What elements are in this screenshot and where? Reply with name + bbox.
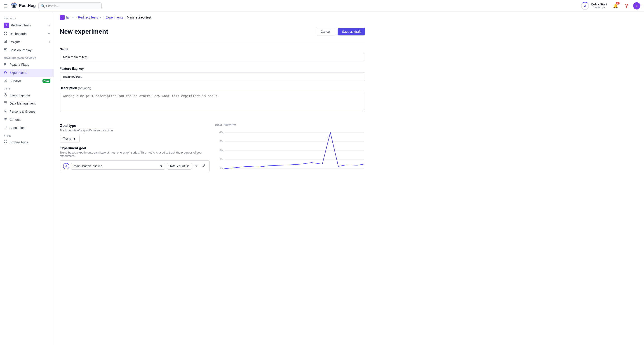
sidebar-item-browse-apps[interactable]: Browse Apps [0, 138, 54, 146]
event-name-select[interactable]: main_button_clicked ▼ [71, 163, 165, 170]
svg-point-3 [13, 6, 13, 7]
breadcrumb-project[interactable]: Redirect Tests [78, 15, 98, 19]
breadcrumb-section[interactable]: Experiments [106, 15, 123, 19]
breadcrumb: I Ian ▼ › Redirect Tests ▼ › Experiments… [54, 12, 644, 22]
breadcrumb-chevron-1: ▼ [72, 16, 74, 19]
feature-management-label: FEATURE MANAGEMENT [0, 54, 54, 60]
svg-point-26 [5, 110, 6, 111]
page-title: New experiment [60, 28, 108, 35]
header-divider [60, 42, 365, 42]
sidebar-item-session-replay[interactable]: Session Replay [0, 46, 54, 54]
sidebar-item-surveys[interactable]: Surveys NEW [0, 77, 54, 85]
breadcrumb-current: Main redirect test [127, 15, 151, 19]
question-icon: ❓ [624, 3, 629, 8]
insights-icon [4, 40, 7, 44]
sidebar-item-annotations[interactable]: Annotations [0, 124, 54, 132]
event-count-select[interactable]: Total count ▼ [167, 163, 192, 170]
edit-icon [202, 164, 206, 168]
flag-key-input[interactable] [60, 72, 365, 81]
header-actions: Cancel Save as draft [316, 28, 365, 35]
goal-type-select[interactable]: Trend ▼ [60, 135, 80, 142]
dashboards-chevron-icon: ▼ [48, 32, 50, 35]
svg-rect-12 [6, 40, 7, 43]
event-select-chevron-icon: ▼ [160, 164, 163, 168]
main-content: I Ian ▼ › Redirect Tests ▼ › Experiments… [54, 12, 644, 345]
main-layout: PROJECT I Redirect Tests ▼ Dashboards ▼ … [0, 12, 644, 345]
event-edit-button[interactable] [201, 163, 206, 169]
breadcrumb-user[interactable]: Ian [66, 15, 70, 19]
user-breadcrumb-avatar: I [60, 15, 65, 20]
goal-section: Goal type Track counts of a specific eve… [60, 124, 365, 179]
svg-point-28 [6, 118, 7, 119]
svg-rect-15 [4, 63, 4, 65]
svg-text:25: 25 [220, 158, 223, 161]
notifications-button[interactable]: 🔔 0 [612, 2, 620, 10]
goal-type-desc: Track counts of a specific event or acti… [60, 129, 210, 132]
sidebar-item-data-management[interactable]: Data Management [0, 99, 54, 107]
user-avatar-button[interactable]: I [633, 2, 640, 9]
save-draft-button[interactable]: Save as draft [338, 28, 366, 35]
hamburger-menu[interactable]: ☰ [4, 3, 8, 8]
apps-label: APPS [0, 132, 54, 138]
svg-point-4 [15, 6, 16, 7]
annotations-label: Annotations [10, 126, 50, 130]
search-bar[interactable]: 🔍 [38, 2, 102, 9]
help-button[interactable]: ❓ [622, 2, 630, 10]
filter-icon [194, 164, 198, 168]
quick-start-button[interactable]: 2 Quick Start 2 still to go [579, 1, 609, 11]
data-management-label: Data Management [10, 102, 50, 105]
project-name: Redirect Tests [11, 23, 46, 27]
dashboards-icon [4, 32, 7, 36]
svg-text:35: 35 [220, 140, 223, 143]
breadcrumb-sep-1: › [76, 15, 76, 19]
surveys-icon [4, 79, 7, 83]
sidebar-item-insights[interactable]: Insights + [0, 38, 54, 46]
goal-type-value: Trend [63, 137, 71, 140]
cohorts-label: Cohorts [10, 118, 50, 121]
event-filter-button[interactable] [194, 163, 199, 169]
logo-wordmark: PostHog [19, 3, 36, 8]
svg-point-5 [13, 7, 15, 8]
svg-rect-14 [4, 49, 6, 50]
search-icon: 🔍 [41, 4, 45, 8]
goal-right: GOAL PREVIEW 40 35 30 25 20 [215, 124, 365, 179]
sidebar-item-experiments[interactable]: Experiments [0, 69, 54, 77]
browse-apps-label: Browse Apps [10, 140, 50, 144]
svg-point-31 [6, 140, 7, 141]
svg-rect-24 [4, 102, 7, 102]
insights-add-icon[interactable]: + [48, 40, 50, 44]
breadcrumb-sep-2: › [103, 15, 104, 19]
data-management-icon [4, 101, 7, 106]
sidebar-item-event-explorer[interactable]: Event Explorer [0, 91, 54, 99]
goal-type-chevron-icon: ▼ [73, 137, 76, 140]
logo: PostHog [10, 2, 36, 10]
description-section: Description (optional) [60, 86, 365, 113]
goal-preview-chart: 40 35 30 25 20 [215, 129, 365, 179]
quick-start-circle: 2 [581, 2, 589, 10]
event-icon-circle: A [63, 163, 69, 169]
description-textarea[interactable] [60, 92, 365, 112]
project-label: PROJECT [0, 14, 54, 21]
svg-rect-17 [4, 79, 7, 82]
name-input[interactable] [60, 53, 365, 61]
goal-preview-label: GOAL PREVIEW [215, 124, 365, 126]
sidebar-item-persons-groups[interactable]: Persons & Groups [0, 107, 54, 116]
sidebar-item-cohorts[interactable]: Cohorts [0, 116, 54, 124]
dashboards-label: Dashboards [10, 32, 46, 36]
annotations-icon [4, 126, 7, 130]
sidebar-item-dashboards[interactable]: Dashboards ▼ [0, 30, 54, 38]
svg-point-33 [6, 142, 7, 143]
sidebar-item-feature-flags[interactable]: Feature Flags [0, 60, 54, 69]
chart-svg: 40 35 30 25 20 [215, 129, 365, 179]
sidebar-project[interactable]: I Redirect Tests ▼ [0, 21, 54, 30]
breadcrumb-chevron-2: ▼ [99, 16, 102, 19]
name-label: Name [60, 47, 365, 51]
form-divider [60, 118, 365, 118]
search-input[interactable] [46, 4, 99, 8]
feature-flags-label: Feature Flags [10, 63, 50, 66]
svg-rect-29 [4, 126, 7, 128]
svg-rect-25 [4, 103, 7, 104]
svg-point-21 [5, 94, 6, 95]
cancel-button[interactable]: Cancel [316, 28, 335, 35]
sidebar: PROJECT I Redirect Tests ▼ Dashboards ▼ … [0, 12, 54, 345]
